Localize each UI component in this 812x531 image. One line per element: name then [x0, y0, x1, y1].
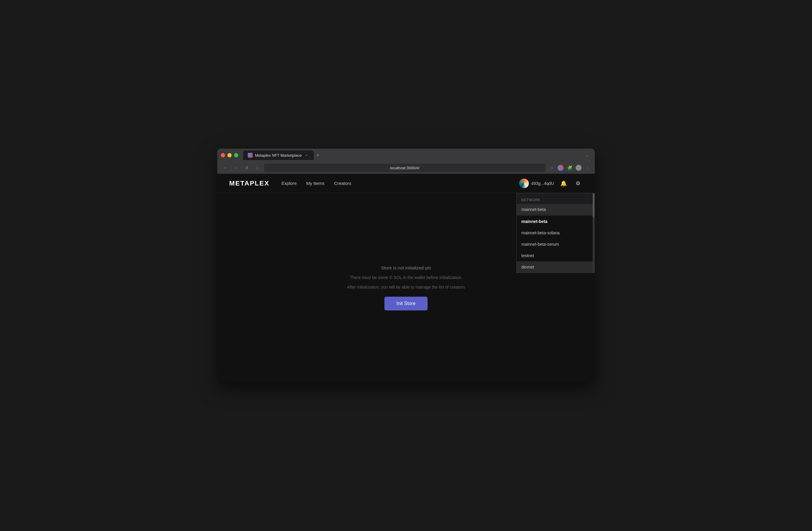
tab-bar: Metaplex NFT Marketplace × +: [243, 150, 580, 160]
browser-chrome: Metaplex NFT Marketplace × + ⌄ ← → ↺ ⌂ ☆…: [217, 149, 595, 174]
wallet-address: 493g...4qdU: [531, 181, 554, 186]
traffic-lights: [221, 153, 238, 157]
scrollbar[interactable]: [593, 193, 594, 273]
more-options-icon[interactable]: ⋮: [584, 164, 591, 171]
nav-explore[interactable]: Explore: [281, 181, 296, 186]
center-content: Store is not initialized yet There must …: [347, 265, 465, 311]
new-tab-button[interactable]: +: [314, 151, 322, 159]
network-option-mainnet-beta[interactable]: mainnet-beta: [517, 216, 594, 227]
close-button[interactable]: [221, 153, 225, 157]
forward-button[interactable]: →: [232, 163, 240, 172]
minimize-button[interactable]: [228, 153, 232, 157]
network-options: mainnet-beta mainnet-beta-solana mainnet…: [517, 216, 594, 273]
title-bar-right: ⌄: [583, 151, 591, 159]
bookmark-icon[interactable]: ☆: [548, 164, 555, 171]
network-selected-display: mainnet-beta: [517, 204, 594, 215]
sol-wallet-message: There must be some © SOL in the wallet b…: [350, 275, 462, 280]
nav-my-items[interactable]: My Items: [306, 181, 324, 186]
address-bar-right: ☆ 🧩 ⋮: [548, 164, 591, 171]
notification-button[interactable]: 🔔: [559, 178, 568, 188]
wallet-button[interactable]: 493g...4qdU: [519, 178, 554, 188]
bell-icon: 🔔: [560, 180, 567, 187]
title-bar: Metaplex NFT Marketplace × + ⌄: [217, 149, 595, 162]
tab-title: Metaplex NFT Marketplace: [255, 153, 302, 158]
user-profile-icon[interactable]: [575, 164, 582, 171]
tab-close-button[interactable]: ×: [304, 153, 309, 158]
nav-links: Explore My Items Creators: [281, 181, 351, 186]
active-tab[interactable]: Metaplex NFT Marketplace ×: [243, 150, 314, 160]
browser-window: Metaplex NFT Marketplace × + ⌄ ← → ↺ ⌂ ☆…: [217, 149, 595, 382]
network-label: NETWORK: [517, 193, 594, 204]
header-right: 493g...4qdU 🔔 ⚙: [519, 178, 583, 188]
network-option-devnet[interactable]: devnet: [517, 261, 594, 273]
network-dropdown: NETWORK mainnet-beta mainnet-beta mainne…: [516, 193, 595, 273]
tab-favicon: [248, 153, 252, 158]
wallet-avatar: [519, 178, 529, 188]
store-not-initialized-message: Store is not initialized yet: [381, 265, 431, 270]
app-header: METAPLEX Explore My Items Creators 493g.…: [217, 174, 595, 193]
refresh-button[interactable]: ↺: [242, 163, 251, 172]
initialization-info-message: After initialization, you will be able t…: [347, 285, 465, 289]
app-content: METAPLEX Explore My Items Creators 493g.…: [217, 174, 595, 382]
settings-button[interactable]: ⚙: [573, 178, 583, 188]
network-option-mainnet-beta-solana[interactable]: mainnet-beta-solana: [517, 227, 594, 239]
gear-icon: ⚙: [576, 180, 580, 187]
profile-circle-icon[interactable]: [557, 164, 564, 171]
init-store-button[interactable]: Init Store: [385, 297, 427, 311]
nav-creators[interactable]: Creators: [334, 181, 351, 186]
address-bar: ← → ↺ ⌂ ☆ 🧩 ⋮: [217, 162, 595, 174]
back-button[interactable]: ←: [221, 163, 229, 172]
scrollbar-thumb: [593, 193, 594, 217]
main-content: Store is not initialized yet There must …: [217, 193, 595, 382]
address-input[interactable]: [264, 163, 546, 172]
logo: METAPLEX: [229, 180, 270, 187]
network-option-testnet[interactable]: testnet: [517, 250, 594, 261]
window-menu-button[interactable]: ⌄: [583, 151, 591, 159]
maximize-button[interactable]: [234, 153, 238, 157]
network-option-mainnet-beta-serum[interactable]: mainnet-beta-serum: [517, 239, 594, 250]
home-button[interactable]: ⌂: [253, 163, 262, 172]
extensions-icon[interactable]: 🧩: [566, 164, 573, 171]
